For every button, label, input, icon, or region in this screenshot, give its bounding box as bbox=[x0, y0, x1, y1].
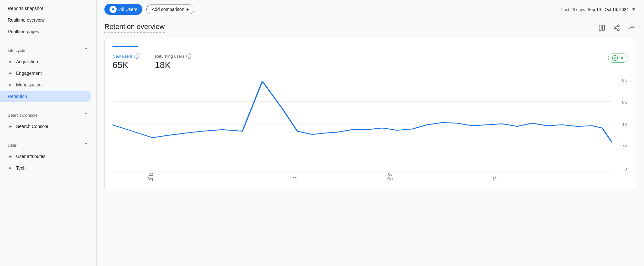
chevron-down-icon[interactable]: ▼ bbox=[631, 6, 636, 12]
date-range-label: Last 28 days bbox=[561, 7, 585, 12]
new-users-info-icon[interactable]: i bbox=[134, 54, 139, 59]
sidebar-item-reports-snapshot[interactable]: Reports snapshot bbox=[0, 3, 91, 14]
chevron-up-icon: ⌃ bbox=[84, 142, 89, 149]
check-circle-icon: ✓ bbox=[612, 55, 618, 61]
sidebar-divider-2 bbox=[8, 105, 89, 105]
top-bar-right: Last 28 days Sep 19 - Oct 16, 2024 ▼ bbox=[561, 6, 636, 12]
sidebar-item-label: Engagement bbox=[16, 71, 42, 76]
svg-line-5 bbox=[616, 28, 618, 29]
sidebar-section-user[interactable]: User ⌃ bbox=[0, 138, 96, 151]
top-bar: A All Users Add comparison + Last 28 day… bbox=[97, 0, 644, 19]
arrow-right-icon: ► bbox=[8, 123, 14, 129]
section-label: Life cycle bbox=[8, 48, 25, 53]
new-users-label-row: New users i bbox=[112, 54, 139, 59]
chart-card: New users i 65K Returning users i 18K bbox=[104, 38, 636, 189]
chevron-down-icon: ▼ bbox=[620, 56, 624, 61]
arrow-right-icon: ► bbox=[8, 59, 14, 64]
sidebar-item-label: Realtime overview bbox=[8, 17, 44, 23]
date-range-value: Sep 19 - Oct 16, 2024 bbox=[588, 7, 629, 12]
page-title: Retention overview bbox=[104, 23, 165, 33]
x-label-29: 29 bbox=[292, 177, 296, 181]
new-users-metric: New users i 65K bbox=[112, 54, 139, 70]
sidebar-divider-3 bbox=[8, 135, 89, 135]
y-label-2k: 2K bbox=[622, 145, 627, 149]
chart-svg bbox=[112, 78, 612, 172]
plus-icon: + bbox=[186, 7, 189, 12]
y-label-4k: 4K bbox=[622, 123, 627, 127]
sidebar-item-engagement[interactable]: ► Engagement bbox=[0, 67, 91, 79]
top-bar-left: A All Users Add comparison + bbox=[104, 4, 194, 15]
sidebar-section-lifecycle[interactable]: Life cycle ⌃ bbox=[0, 43, 96, 56]
x-label-oct06: 06Oct bbox=[387, 172, 393, 181]
y-label-8k: 8K bbox=[622, 78, 627, 83]
metrics-left: New users i 65K Returning users i 18K bbox=[112, 54, 191, 70]
trend-icon bbox=[628, 24, 635, 31]
returning-users-label-row: Returning users i bbox=[155, 54, 191, 59]
sidebar-item-realtime-pages[interactable]: Realtime pages bbox=[0, 26, 91, 37]
sidebar-item-user-attributes[interactable]: ► User attributes bbox=[0, 151, 91, 162]
chart-line bbox=[112, 81, 612, 143]
share-icon bbox=[613, 24, 620, 31]
arrow-right-icon: ► bbox=[8, 165, 14, 171]
segment-label: All Users bbox=[119, 7, 137, 12]
chevron-up-icon: ⌃ bbox=[84, 112, 89, 119]
y-label-0: 0 bbox=[625, 167, 627, 172]
compare-columns-button[interactable] bbox=[597, 23, 607, 33]
sidebar-section-search-console[interactable]: Search Console ⌃ bbox=[0, 108, 96, 121]
sidebar-item-label: Reports snapshot bbox=[8, 6, 43, 11]
chart-area: 8K 6K 4K 2K 0 bbox=[112, 78, 628, 181]
sidebar-divider-1 bbox=[8, 40, 89, 40]
page-content: Retention overview bbox=[97, 19, 644, 266]
x-label-13: 13 bbox=[492, 177, 496, 181]
page-title-actions bbox=[597, 23, 636, 33]
compare-columns-icon bbox=[598, 24, 605, 31]
sidebar-item-search-console[interactable]: ► Search Console bbox=[0, 121, 91, 132]
active-tab-indicator bbox=[112, 46, 138, 47]
arrow-right-icon: ► bbox=[8, 153, 14, 159]
svg-point-3 bbox=[614, 27, 616, 29]
chart-x-labels: 22Sep 29 06Oct 13 bbox=[112, 172, 612, 181]
sidebar-item-label: Acquisition bbox=[16, 59, 38, 64]
sidebar-item-label: User attributes bbox=[16, 154, 45, 159]
chevron-up-icon: ⌃ bbox=[84, 47, 89, 54]
sidebar-item-label: Retention bbox=[8, 94, 27, 99]
segment-avatar: A bbox=[110, 6, 117, 13]
svg-point-2 bbox=[618, 25, 620, 27]
arrow-right-icon: ► bbox=[8, 70, 14, 76]
svg-rect-0 bbox=[599, 25, 601, 31]
all-users-segment-chip[interactable]: A All Users bbox=[104, 4, 142, 15]
sidebar-item-label: Search Console bbox=[16, 124, 48, 129]
sidebar-item-label: Realtime pages bbox=[8, 29, 39, 34]
filter-chip[interactable]: ✓ ▼ bbox=[608, 54, 628, 63]
svg-rect-1 bbox=[602, 25, 604, 31]
new-users-label: New users bbox=[112, 54, 132, 59]
returning-users-metric: Returning users i 18K bbox=[155, 54, 191, 70]
arrow-right-icon: ► bbox=[8, 82, 14, 88]
chart-y-labels: 8K 6K 4K 2K 0 bbox=[615, 78, 628, 172]
svg-point-4 bbox=[618, 29, 620, 31]
y-label-6k: 6K bbox=[622, 100, 627, 105]
returning-users-value: 18K bbox=[155, 60, 191, 70]
sidebar-item-realtime-overview[interactable]: Realtime overview bbox=[0, 14, 91, 26]
returning-users-label: Returning users bbox=[155, 54, 184, 59]
trend-button[interactable] bbox=[627, 23, 636, 33]
sidebar-item-label: Monetization bbox=[16, 82, 42, 87]
add-comparison-label: Add comparison bbox=[152, 7, 184, 12]
main-content: A All Users Add comparison + Last 28 day… bbox=[97, 0, 644, 266]
returning-users-info-icon[interactable]: i bbox=[186, 54, 191, 59]
sidebar-item-monetization[interactable]: ► Monetization bbox=[0, 79, 91, 91]
new-users-value: 65K bbox=[112, 60, 139, 70]
chart-svg-container bbox=[112, 78, 612, 172]
page-title-area: Retention overview bbox=[104, 19, 636, 38]
section-label: User bbox=[8, 143, 16, 148]
sidebar-item-acquisition[interactable]: ► Acquisition bbox=[0, 56, 91, 67]
section-label: Search Console bbox=[8, 113, 38, 118]
svg-line-6 bbox=[616, 26, 618, 27]
sidebar-item-label: Tech bbox=[16, 165, 26, 171]
x-label-sep22: 22Sep bbox=[148, 172, 154, 181]
sidebar-item-retention[interactable]: Retention bbox=[0, 91, 91, 102]
sidebar: Reports snapshot Realtime overview Realt… bbox=[0, 0, 97, 266]
add-comparison-button[interactable]: Add comparison + bbox=[146, 5, 194, 14]
sidebar-item-tech[interactable]: ► Tech bbox=[0, 162, 91, 174]
share-button[interactable] bbox=[612, 23, 621, 33]
